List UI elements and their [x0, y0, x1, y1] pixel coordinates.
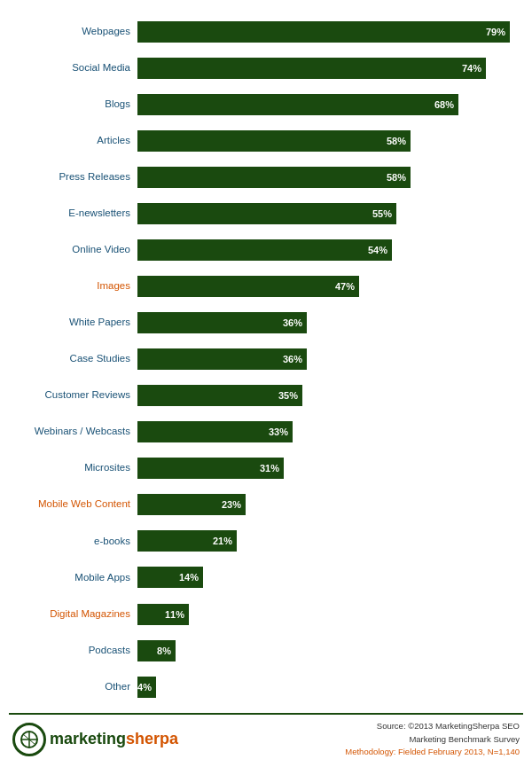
bar-label: Mobile Apps [9, 572, 137, 584]
bar-row: Customer Reviews35% [9, 381, 523, 410]
footer: marketingsherpa Source: ©2013 MarketingS… [9, 713, 523, 758]
bar: 74% [137, 58, 486, 79]
bar-wrapper: 21% [137, 530, 523, 552]
bar: 55% [137, 203, 396, 224]
bar-wrapper: 58% [137, 167, 523, 188]
bar-pct-label: 36% [283, 354, 302, 364]
bar-wrapper: 79% [137, 21, 523, 43]
bar-row: Mobile Apps14% [9, 563, 523, 591]
bar-label: Case Studies [9, 353, 137, 365]
bar-row: e-books21% [9, 527, 523, 555]
bar-pct-label: 47% [335, 281, 355, 292]
bar-row: Webpages79% [9, 18, 523, 46]
bar-wrapper: 74% [137, 58, 523, 79]
logo-circle [12, 723, 46, 756]
bar: 31% [137, 458, 284, 479]
bar-pct-label: 21% [213, 536, 232, 546]
bar-label: Social Media [9, 62, 137, 74]
bar-label: White Papers [9, 317, 137, 329]
bar: 33% [137, 421, 293, 442]
bar-wrapper: 4% [137, 677, 523, 698]
bar-pct-label: 74% [462, 63, 481, 74]
bar-wrapper: 35% [137, 385, 523, 406]
bar: 47% [137, 276, 359, 297]
bar-pct-label: 58% [387, 172, 406, 183]
bar-label: Blogs [9, 98, 137, 111]
logo-sherpa: sherpa [126, 730, 178, 747]
source-line2: Marketing Benchmark Survey [345, 733, 520, 746]
bar-wrapper: 55% [137, 203, 523, 224]
bar-label: E-newsletters [9, 207, 137, 220]
bar-wrapper: 47% [137, 276, 523, 297]
bar-label: Customer Reviews [9, 389, 137, 402]
bar-row: Webinars / Webcasts33% [9, 418, 523, 446]
logo-area: marketingsherpa [12, 723, 178, 756]
bar: 4% [137, 677, 156, 698]
logo-marketing: marketing [50, 730, 126, 747]
bar-row: Digital Magazines11% [9, 600, 523, 629]
bar-wrapper: 8% [137, 640, 523, 661]
source-line3: Methodology: Fielded February 2013, N=1,… [345, 746, 520, 758]
bar: 35% [137, 385, 302, 406]
bar-wrapper: 14% [137, 567, 523, 588]
bar-wrapper: 68% [137, 94, 523, 115]
bar-pct-label: 33% [269, 427, 288, 437]
source-line1: Source: ©2013 MarketingSherpa SEO [345, 720, 520, 732]
bar-row: Mobile Web Content23% [9, 490, 523, 519]
bar: 54% [137, 239, 392, 261]
bar-row: Press Releases58% [9, 163, 523, 192]
bar: 68% [137, 94, 458, 115]
bar-row: White Papers36% [9, 309, 523, 337]
bar-row: Online Video54% [9, 236, 523, 264]
bar-label: Press Releases [9, 171, 137, 184]
bar-row: Images47% [9, 272, 523, 301]
bar-label: e-books [9, 536, 137, 548]
bar-label: Microsites [9, 462, 137, 474]
bar-pct-label: 36% [283, 317, 302, 328]
bar: 58% [137, 130, 411, 152]
bar-wrapper: 31% [137, 458, 523, 479]
bar-pct-label: 14% [179, 572, 199, 583]
bar-pct-label: 4% [137, 682, 152, 693]
chart-area: Webpages79%Social Media74%Blogs68%Articl… [9, 9, 523, 709]
bar-wrapper: 36% [137, 312, 523, 333]
bar-pct-label: 11% [165, 609, 184, 620]
chart-container: Webpages79%Social Media74%Blogs68%Articl… [0, 0, 532, 767]
bar-pct-label: 58% [387, 136, 406, 146]
bar: 58% [137, 167, 411, 188]
bar-label: Articles [9, 135, 137, 147]
bar-pct-label: 55% [372, 208, 392, 219]
bar-row: Podcasts8% [9, 637, 523, 665]
bar: 79% [137, 21, 510, 43]
bar-pct-label: 68% [434, 99, 454, 110]
bar-pct-label: 31% [260, 463, 279, 474]
bar-wrapper: 23% [137, 494, 523, 515]
bar-wrapper: 36% [137, 348, 523, 370]
bar-wrapper: 33% [137, 421, 523, 442]
bar-wrapper: 58% [137, 130, 523, 152]
bar-label: Other [9, 681, 137, 693]
bar-wrapper: 11% [137, 604, 523, 625]
bar-row: Case Studies36% [9, 345, 523, 373]
bar-wrapper: 54% [137, 239, 523, 261]
bar-pct-label: 23% [222, 499, 241, 510]
bar-row: Other4% [9, 673, 523, 701]
bar-label: Webpages [9, 26, 137, 38]
bar-row: Microsites31% [9, 454, 523, 482]
bar-label: Digital Magazines [9, 608, 137, 621]
bar-label: Online Video [9, 244, 137, 256]
bar-pct-label: 35% [278, 390, 298, 401]
bar-row: E-newsletters55% [9, 200, 523, 228]
bar-label: Podcasts [9, 645, 137, 657]
bar-pct-label: 79% [486, 27, 505, 37]
bar-label: Webinars / Webcasts [9, 426, 137, 438]
bar-label: Images [9, 280, 137, 293]
bar-row: Blogs68% [9, 90, 523, 119]
source-text: Source: ©2013 MarketingSherpa SEO Market… [345, 720, 520, 758]
bar: 21% [137, 530, 237, 552]
logo-text: marketingsherpa [50, 730, 178, 748]
bar-pct-label: 8% [157, 646, 171, 656]
bar-row: Articles58% [9, 127, 523, 155]
bar-pct-label: 54% [368, 245, 387, 255]
bar-row: Social Media74% [9, 54, 523, 82]
